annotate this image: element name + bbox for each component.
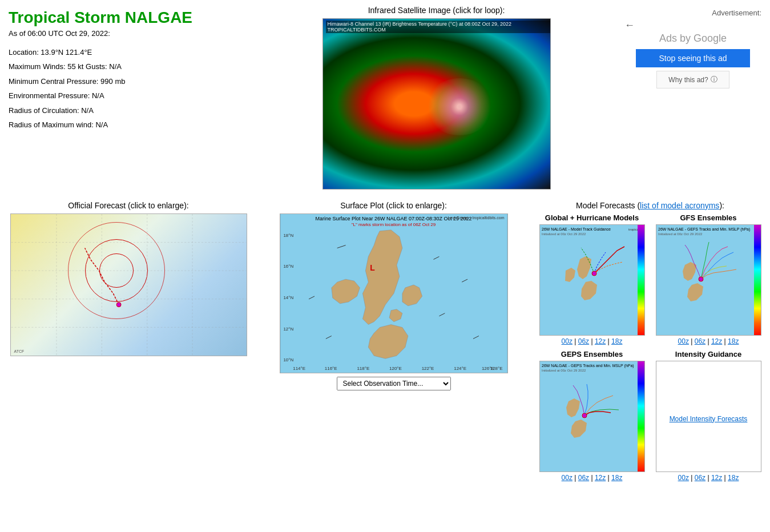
- global-hurricane-svg: 26W NALGAE - Model Track Guidance Initia…: [540, 225, 645, 336]
- intensity-18z-link[interactable]: 18z: [728, 474, 739, 482]
- global-time-links: 00z | 06z | 12z | 18z: [562, 337, 623, 345]
- svg-text:116°E: 116°E: [324, 366, 337, 371]
- svg-rect-53: [540, 361, 645, 472]
- svg-text:ATCF: ATCF: [14, 349, 24, 353]
- svg-rect-59: [638, 361, 645, 472]
- geps-06z-link[interactable]: 06z: [578, 474, 589, 482]
- obs-select-container[interactable]: Select Observation Time... 00Z Oct 29 06…: [337, 377, 451, 390]
- gfs-ensemble-svg: 26W NALGAE - GEFS Tracks and Min. MSLP (…: [656, 225, 761, 336]
- svg-text:18°N: 18°N: [283, 233, 293, 238]
- model-forecasts-title: Model Forecasts (list of model acronyms)…: [536, 201, 764, 210]
- global-18z-link[interactable]: 18z: [611, 337, 622, 345]
- satellite-top-label: Himawari-8 Channel 13 (IR) Brightness Te…: [326, 21, 550, 33]
- intensity-12z-link[interactable]: 12z: [711, 474, 722, 482]
- storm-date: As of 06:00 UTC Oct 29, 2022:: [9, 29, 248, 38]
- bottom-section: Official Forecast (click to enlarge):: [0, 195, 770, 487]
- svg-text:118°E: 118°E: [357, 366, 369, 371]
- svg-text:120°E: 120°E: [389, 366, 402, 371]
- forecast-map[interactable]: ATCF: [10, 213, 247, 356]
- intensity-guidance-item: Intensity Guidance Model Intensity Forec…: [652, 350, 764, 482]
- global-hurricane-model-item: Global + Hurricane Models 2: [536, 213, 648, 345]
- svg-text:14°N: 14°N: [283, 295, 293, 300]
- svg-text:26W NALGAE - GEFS Tracks and M: 26W NALGAE - GEFS Tracks and Min. MSLP (…: [658, 227, 750, 232]
- why-ad-icon: ⓘ: [711, 75, 717, 84]
- global-12z-link[interactable]: 12z: [595, 337, 606, 345]
- radius-circ-text: Radius of Circulation: N/A: [9, 104, 248, 117]
- forecast-label: Official Forecast (click to enlarge):: [68, 201, 188, 210]
- gfs-00z-link[interactable]: 00z: [678, 337, 689, 345]
- svg-text:10°N: 10°N: [283, 357, 293, 362]
- radius-max-wind-text: Radius of Maximum wind: N/A: [9, 118, 248, 131]
- svg-text:16°N: 16°N: [283, 264, 293, 269]
- storm-title: Tropical Storm NALGAE: [9, 9, 248, 27]
- intensity-time-links: 00z | 06z | 12z | 18z: [678, 474, 739, 482]
- svg-point-0: [116, 303, 121, 307]
- geps-00z-link[interactable]: 00z: [562, 474, 573, 482]
- surface-map[interactable]: 18°N 16°N 14°N 12°N 10°N 114°E 116°E 118…: [280, 213, 508, 373]
- gfs-06z-link[interactable]: 06z: [695, 337, 706, 345]
- why-ad-button[interactable]: Why this ad? ⓘ: [656, 71, 729, 88]
- page-wrapper: Tropical Storm NALGAE As of 06:00 UTC Oc…: [0, 0, 770, 532]
- svg-text:26W NALGAE - GEPS Tracks and M: 26W NALGAE - GEPS Tracks and Min. MSLP (…: [542, 364, 634, 368]
- gfs-18z-link[interactable]: 18z: [728, 337, 739, 345]
- svg-point-41: [592, 271, 596, 276]
- model-panel: Model Forecasts (list of model acronyms)…: [536, 201, 764, 482]
- intensity-06z-link[interactable]: 06z: [695, 474, 706, 482]
- global-00z-link[interactable]: 00z: [562, 337, 573, 345]
- svg-text:122°E: 122°E: [421, 366, 434, 371]
- surface-map-svg: 18°N 16°N 14°N 12°N 10°N 114°E 116°E 118…: [280, 214, 507, 373]
- global-06z-link[interactable]: 06z: [578, 337, 589, 345]
- ads-by-google-label: Ads by Google: [659, 33, 727, 45]
- svg-text:128°E: 128°E: [490, 366, 502, 371]
- geps-title: GEPS Ensembles: [561, 350, 623, 358]
- svg-text:26W NALGAE - Model Track Guida: 26W NALGAE - Model Track Guidance: [542, 227, 611, 231]
- gfs-time-links: 00z | 06z | 12z | 18z: [678, 337, 739, 345]
- forecast-track-line: ATCF: [11, 214, 247, 356]
- svg-rect-45: [638, 225, 645, 336]
- surface-credit: Levi Cowan - tropicaltidbits.com: [448, 216, 505, 220]
- satellite-label[interactable]: Infrared Satellite Image (click for loop…: [368, 6, 505, 15]
- storm-center-overlay: [425, 78, 494, 135]
- satellite-panel: Infrared Satellite Image (click for loop…: [257, 6, 616, 190]
- svg-rect-46: [656, 225, 761, 336]
- storm-details: Location: 13.9°N 121.4°E Maximum Winds: …: [9, 46, 248, 131]
- location-text: Location: 13.9°N 121.4°E: [9, 46, 248, 59]
- svg-text:Initialized at 00z Oct 29 2022: Initialized at 00z Oct 29 2022: [542, 369, 586, 372]
- intensity-forecasts-link[interactable]: Model Intensity Forecasts: [670, 415, 748, 423]
- svg-text:12°N: 12°N: [283, 327, 293, 332]
- forecast-panel: Official Forecast (click to enlarge):: [6, 201, 251, 482]
- env-pressure-text: Environmental Pressure: N/A: [9, 89, 248, 102]
- svg-text:Initialized at 00z Oct 29 2022: Initialized at 00z Oct 29 2022: [542, 232, 586, 236]
- geps-time-links: 00z | 06z | 12z | 18z: [562, 474, 623, 482]
- svg-rect-37: [540, 225, 645, 336]
- min-pressure-text: Minimum Central Pressure: 990 mb: [9, 75, 248, 88]
- svg-text:124°E: 124°E: [454, 366, 466, 371]
- geps-12z-link[interactable]: 12z: [595, 474, 606, 482]
- ad-panel: Advertisement: ← Ads by Google Stop seei…: [622, 6, 764, 190]
- gfs-12z-link[interactable]: 12z: [711, 337, 722, 345]
- geps-18z-link[interactable]: 18z: [611, 474, 622, 482]
- top-section: Tropical Storm NALGAE As of 06:00 UTC Oc…: [0, 0, 770, 195]
- stop-ad-button[interactable]: Stop seeing this ad: [636, 49, 750, 67]
- svg-point-56: [582, 413, 587, 418]
- geps-ensemble-map[interactable]: 26W NALGAE - GEPS Tracks and Min. MSLP (…: [539, 361, 645, 472]
- surface-plot-label: Surface Plot (click to enlarge):: [340, 201, 447, 210]
- model-acronyms-link[interactable]: list of model acronyms: [640, 201, 719, 210]
- svg-text:114°E: 114°E: [293, 366, 305, 371]
- obs-time-select[interactable]: Select Observation Time... 00Z Oct 29 06…: [337, 377, 451, 390]
- gfs-ensemble-map[interactable]: 26W NALGAE - GEFS Tracks and Min. MSLP (…: [656, 224, 761, 336]
- intensity-content: Model Intensity Forecasts: [656, 361, 761, 472]
- geps-ensemble-svg: 26W NALGAE - GEPS Tracks and Min. MSLP (…: [540, 361, 645, 472]
- geps-ensemble-item: GEPS Ensembles: [536, 350, 648, 482]
- intensity-00z-link[interactable]: 00z: [678, 474, 689, 482]
- svg-rect-52: [754, 225, 761, 336]
- intensity-title: Intensity Guidance: [675, 350, 741, 358]
- svg-text:Initialized at 00z Oct 29 2022: Initialized at 00z Oct 29 2022: [658, 232, 703, 236]
- global-hurricane-title: Global + Hurricane Models: [545, 213, 639, 222]
- global-hurricane-map[interactable]: 26W NALGAE - Model Track Guidance Initia…: [539, 224, 645, 336]
- model-grid: Global + Hurricane Models 2: [536, 213, 764, 482]
- gfs-title: GFS Ensembles: [680, 213, 737, 222]
- satellite-image[interactable]: Himawari-8 Channel 13 (IR) Brightness Te…: [322, 18, 551, 190]
- surface-sublabel: "L" marks storm location as of 06Z Oct 2…: [352, 222, 436, 227]
- ad-back-button[interactable]: ←: [624, 19, 635, 31]
